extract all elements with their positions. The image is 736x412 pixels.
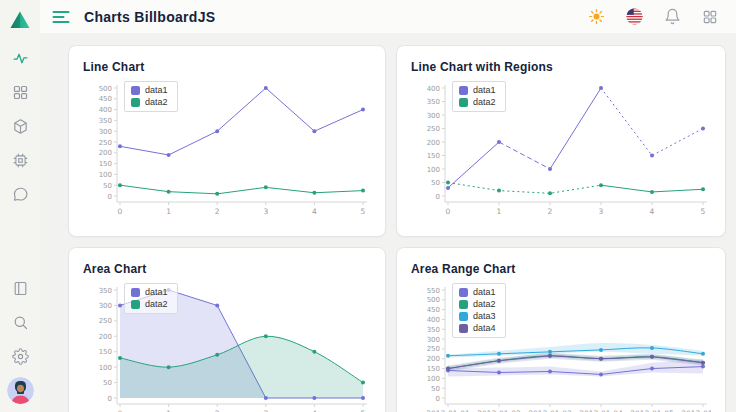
chart-legend: data1data2 <box>124 81 178 112</box>
language-button[interactable] <box>622 5 646 29</box>
sidebar-item-charts[interactable] <box>5 43 35 73</box>
svg-text:400: 400 <box>99 106 112 114</box>
chat-bubble-icon <box>12 186 29 203</box>
apps-grid-icon <box>702 9 718 25</box>
sidebar-item-layout[interactable] <box>5 273 35 303</box>
svg-text:0: 0 <box>436 395 440 403</box>
chart-title: Area Range Chart <box>411 262 711 276</box>
line-regions-chart-canvas: 050100150200250300350400012345data1data2 <box>411 80 711 222</box>
legend-label: data2 <box>145 299 168 310</box>
legend-item-data1[interactable]: data1 <box>131 85 168 96</box>
svg-text:500: 500 <box>99 85 112 93</box>
search-icon <box>12 314 29 331</box>
svg-text:150: 150 <box>427 152 440 160</box>
svg-text:500: 500 <box>427 296 440 304</box>
page-title: Charts BillboardJS <box>84 9 215 25</box>
svg-text:4: 4 <box>650 207 655 216</box>
svg-text:300: 300 <box>427 336 440 344</box>
svg-text:3: 3 <box>263 207 268 216</box>
svg-text:250: 250 <box>427 345 440 353</box>
svg-text:150: 150 <box>427 365 440 373</box>
area-chart-canvas: 050100150200250300350012345data1data2 <box>83 282 371 412</box>
legend-swatch <box>459 288 468 297</box>
theme-toggle-button[interactable] <box>584 5 608 29</box>
svg-text:450: 450 <box>99 95 112 103</box>
legend-item-data1[interactable]: data1 <box>459 287 496 298</box>
svg-text:200: 200 <box>427 139 440 147</box>
chart-card-line-regions: Line Chart with Regions 0501001502002503… <box>396 45 726 237</box>
legend-item-data1[interactable]: data1 <box>459 85 496 96</box>
us-flag-icon <box>626 8 643 25</box>
svg-text:2: 2 <box>215 207 220 216</box>
legend-item-data2[interactable]: data2 <box>131 299 168 310</box>
svg-text:350: 350 <box>99 117 112 125</box>
user-avatar[interactable] <box>7 377 34 404</box>
svg-text:0: 0 <box>446 207 451 216</box>
svg-text:150: 150 <box>99 348 112 356</box>
area-range-chart-canvas: 0501001502002503003504004505005502013-01… <box>411 282 711 412</box>
svg-text:100: 100 <box>427 375 440 383</box>
legend-swatch <box>131 98 140 107</box>
line-chart-canvas: 050100150200250300350400450500012345data… <box>83 80 371 222</box>
gear-icon <box>12 348 29 365</box>
legend-label: data1 <box>145 85 168 96</box>
main-area: Charts BillboardJS <box>40 0 736 412</box>
svg-text:250: 250 <box>99 317 112 325</box>
legend-label: data1 <box>473 287 496 298</box>
chart-card-line: Line Chart 05010015020025030035040045050… <box>68 45 386 237</box>
chart-title: Line Chart with Regions <box>411 60 711 74</box>
app-logo[interactable] <box>5 5 35 35</box>
sun-icon <box>588 8 605 25</box>
svg-text:0: 0 <box>108 395 112 403</box>
sidebar-item-chat[interactable] <box>5 179 35 209</box>
chart-card-area: Area Chart 050100150200250300350012345da… <box>68 247 386 412</box>
legend-item-data2[interactable]: data2 <box>131 97 168 108</box>
legend-swatch <box>459 324 468 333</box>
sidebar-item-settings[interactable] <box>5 341 35 371</box>
legend-swatch <box>459 312 468 321</box>
svg-text:300: 300 <box>99 302 112 310</box>
svg-text:400: 400 <box>427 316 440 324</box>
charts-grid: Line Chart 05010015020025030035040045050… <box>40 33 736 412</box>
legend-item-data2[interactable]: data2 <box>459 299 496 310</box>
legend-swatch <box>459 300 468 309</box>
legend-label: data2 <box>473 97 496 108</box>
legend-item-data2[interactable]: data2 <box>459 97 496 108</box>
svg-text:200: 200 <box>99 149 112 157</box>
svg-text:250: 250 <box>99 139 112 147</box>
svg-text:5: 5 <box>361 207 366 216</box>
svg-text:50: 50 <box>431 179 440 187</box>
widgets-grid-icon <box>12 84 29 101</box>
chart-legend: data1data2 <box>452 81 506 112</box>
top-header: Charts BillboardJS <box>40 0 736 33</box>
legend-swatch <box>459 86 468 95</box>
svg-text:350: 350 <box>427 98 440 106</box>
svg-text:100: 100 <box>427 166 440 174</box>
sidebar-item-components[interactable] <box>5 111 35 141</box>
legend-item-data1[interactable]: data1 <box>131 287 168 298</box>
chart-legend: data1data2 <box>124 283 178 314</box>
cube-icon <box>12 118 29 135</box>
svg-text:1: 1 <box>497 207 502 216</box>
svg-text:450: 450 <box>427 306 440 314</box>
svg-text:0: 0 <box>436 193 440 201</box>
legend-swatch <box>131 288 140 297</box>
svg-text:4: 4 <box>312 207 317 216</box>
sidebar-item-elements[interactable] <box>5 145 35 175</box>
svg-text:200: 200 <box>427 355 440 363</box>
legend-item-data4[interactable]: data4 <box>459 323 496 334</box>
legend-label: data2 <box>145 97 168 108</box>
sidebar-toggle-button[interactable] <box>48 6 74 28</box>
sidebar-item-widgets[interactable] <box>5 77 35 107</box>
svg-text:400: 400 <box>427 85 440 93</box>
legend-item-data3[interactable]: data3 <box>459 311 496 322</box>
notifications-button[interactable] <box>660 5 684 29</box>
svg-text:100: 100 <box>99 364 112 372</box>
sidebar-item-search[interactable] <box>5 307 35 337</box>
chart-title: Line Chart <box>83 60 371 74</box>
legend-label: data1 <box>473 85 496 96</box>
apps-menu-button[interactable] <box>698 5 722 29</box>
svg-text:50: 50 <box>431 385 440 393</box>
svg-text:200: 200 <box>99 333 112 341</box>
svg-text:100: 100 <box>99 171 112 179</box>
